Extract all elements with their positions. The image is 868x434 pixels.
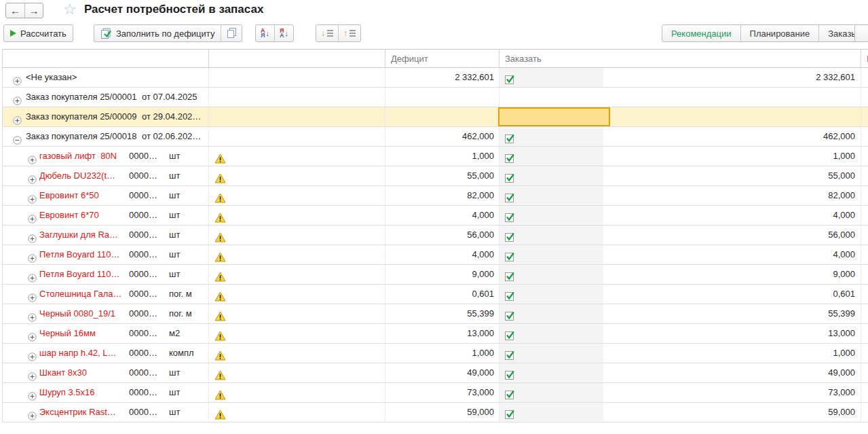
- order-qty-value[interactable]: 4,000: [603, 206, 861, 225]
- order-checkbox[interactable]: [504, 289, 516, 300]
- order-qty-value[interactable]: 55,000: [603, 166, 861, 185]
- order-checkbox[interactable]: [504, 368, 516, 379]
- move-up-button[interactable]: ↑: [338, 25, 360, 41]
- order-checkbox[interactable]: [504, 211, 516, 221]
- deficit-value[interactable]: 55,399: [385, 304, 499, 323]
- order-cell[interactable]: [499, 186, 603, 205]
- expand-icon[interactable]: [28, 231, 37, 240]
- column-header-order[interactable]: Заказать: [499, 50, 861, 67]
- order-checkbox[interactable]: [504, 191, 516, 202]
- order-checkbox[interactable]: [504, 73, 516, 84]
- order-cell[interactable]: [499, 324, 603, 343]
- order-cell[interactable]: [499, 88, 603, 107]
- order-checkbox[interactable]: [504, 151, 516, 162]
- expand-icon[interactable]: [28, 408, 37, 417]
- order-cell[interactable]: [499, 383, 603, 402]
- expand-icon[interactable]: [28, 152, 37, 161]
- order-cell[interactable]: [499, 68, 603, 87]
- move-down-button[interactable]: ↓: [316, 25, 338, 41]
- table-row[interactable]: Эксцентрик Rast… 0000… шт 59,000: [3, 403, 868, 422]
- table-row[interactable]: Заглушки для Ra… 0000… шт 56,000: [3, 225, 868, 245]
- sort-descending-button[interactable]: ЯА ↓: [274, 25, 293, 41]
- order-qty-value[interactable]: 73,000: [603, 383, 861, 402]
- deficit-value[interactable]: 49,000: [385, 363, 499, 382]
- order-cell[interactable]: [499, 127, 603, 146]
- favorite-star-icon[interactable]: ☆: [63, 1, 77, 18]
- order-checkbox[interactable]: [504, 132, 516, 143]
- table-row[interactable]: Черный 16мм 0000… м2 13,000 1: [3, 324, 868, 344]
- order-qty-value[interactable]: 49,000: [603, 363, 861, 382]
- order-checkbox[interactable]: [504, 270, 516, 281]
- fill-list-choice-button[interactable]: [221, 25, 242, 41]
- deficit-value[interactable]: 59,000: [385, 403, 499, 422]
- order-qty-value[interactable]: 462,000: [603, 127, 861, 146]
- deficit-value[interactable]: 73,000: [385, 383, 499, 402]
- order-qty-value[interactable]: 82,000: [603, 186, 861, 205]
- deficit-value[interactable]: 9,000: [385, 265, 499, 284]
- fill-by-deficit-button[interactable]: Заполнить по дефициту: [94, 25, 221, 41]
- table-row[interactable]: <Не указан> 2 332,601 2 332: [3, 68, 868, 88]
- expand-icon[interactable]: [28, 172, 37, 181]
- order-cell[interactable]: [499, 403, 603, 422]
- order-qty-value[interactable]: 0,601: [603, 285, 861, 304]
- order-cell[interactable]: [499, 344, 603, 363]
- order-cell[interactable]: [499, 245, 603, 264]
- order-cell[interactable]: [499, 285, 603, 304]
- order-qty-value[interactable]: 4,000: [603, 245, 861, 264]
- order-cell[interactable]: [499, 147, 603, 166]
- order-cell[interactable]: [499, 166, 603, 185]
- expand-icon[interactable]: [28, 270, 37, 279]
- expand-icon[interactable]: [28, 192, 37, 200]
- order-qty-value[interactable]: 9,000: [603, 265, 861, 284]
- deficit-value[interactable]: [385, 107, 499, 126]
- table-row[interactable]: Петля Boyard 110… 0000… шт 4,000: [3, 245, 868, 265]
- column-header-status[interactable]: [209, 50, 385, 67]
- order-qty-value[interactable]: 55,399: [603, 304, 861, 323]
- forward-button[interactable]: →: [24, 3, 43, 18]
- active-cell-highlight[interactable]: [498, 107, 610, 126]
- table-row[interactable]: Заказ покупателя 25/00001 от 07.04.2025: [3, 88, 868, 107]
- deficit-value[interactable]: 13,000: [385, 324, 499, 343]
- table-row[interactable]: Заказ покупателя 25/00009 от 29.04.202…: [3, 107, 868, 127]
- table-row[interactable]: Черный 0080_19/1 0000… пог. м 55,399: [3, 304, 868, 324]
- tab-planning[interactable]: Планирование: [740, 25, 819, 41]
- table-row[interactable]: Дюбель DU232(t… 0000… шт 55,000: [3, 166, 868, 186]
- table-row[interactable]: Заказ покупателя 25/00018 от 02.06.202… …: [3, 127, 868, 147]
- deficit-value[interactable]: [385, 88, 499, 107]
- table-row[interactable]: шар напр h.42, L… 0000… компл 1,000: [3, 344, 868, 363]
- expand-icon[interactable]: [28, 290, 37, 299]
- deficit-value[interactable]: 1,000: [385, 147, 499, 166]
- deficit-value[interactable]: 56,000: [385, 225, 499, 245]
- deficit-value[interactable]: 4,000: [385, 245, 499, 264]
- table-row[interactable]: Евровинт 6*70 0000… шт 4,000: [3, 206, 868, 225]
- column-header-tree[interactable]: [3, 50, 209, 67]
- calculate-button[interactable]: Рассчитать: [3, 24, 73, 42]
- deficit-value[interactable]: 462,000: [385, 127, 499, 146]
- order-cell[interactable]: [499, 206, 603, 225]
- expand-icon[interactable]: [13, 73, 22, 82]
- expand-icon[interactable]: [28, 329, 37, 338]
- expand-icon[interactable]: [13, 93, 22, 102]
- column-header-clipped[interactable]: Н: [861, 50, 868, 67]
- expand-icon[interactable]: [28, 310, 37, 319]
- table-row[interactable]: Шуруп 3.5x16 0000… шт 73,000: [3, 383, 868, 403]
- order-checkbox[interactable]: [504, 408, 516, 418]
- order-checkbox[interactable]: [504, 309, 516, 320]
- deficit-value[interactable]: 2 332,601: [385, 68, 499, 87]
- order-cell[interactable]: [499, 304, 603, 323]
- table-row[interactable]: Петля Boyard 110… 0000… шт 9,000: [3, 265, 868, 285]
- order-checkbox[interactable]: [504, 348, 516, 359]
- expand-icon[interactable]: [28, 369, 37, 378]
- order-checkbox[interactable]: [504, 230, 516, 241]
- column-header-deficit[interactable]: Дефицит: [385, 50, 499, 67]
- order-qty-value[interactable]: 56,000: [603, 225, 861, 245]
- order-checkbox[interactable]: [504, 250, 516, 261]
- order-qty-value[interactable]: 1,000: [603, 344, 861, 363]
- order-checkbox[interactable]: [504, 388, 516, 399]
- expand-icon[interactable]: [28, 388, 37, 397]
- deficit-value[interactable]: 4,000: [385, 206, 499, 225]
- order-checkbox[interactable]: [504, 329, 516, 340]
- expand-icon[interactable]: [28, 251, 37, 259]
- tab-recommendations[interactable]: Рекомендации: [662, 25, 740, 41]
- expand-icon[interactable]: [13, 113, 22, 122]
